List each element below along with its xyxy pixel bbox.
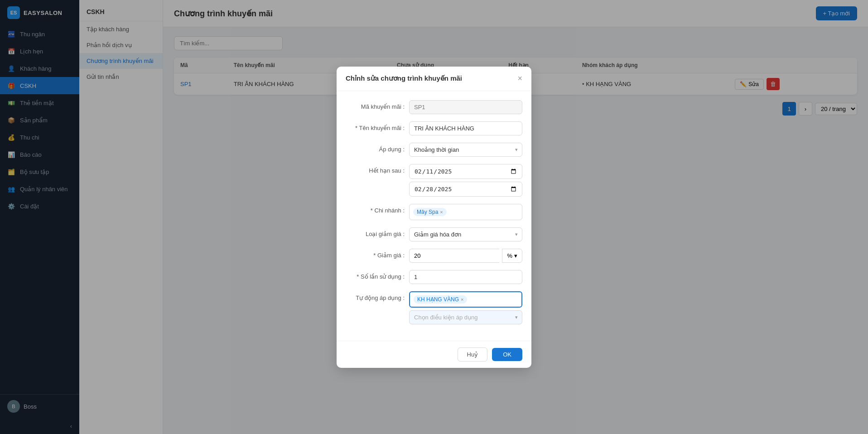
form-row-tu-dong-ap-dung: Tự động áp dụng : KH HẠNG VÀNG × Chọn đi… (346, 291, 522, 324)
chi-nhanh-tag: Mây Spa × (413, 208, 447, 216)
form-row-ma: Mã khuyến mãi : (346, 100, 522, 114)
form-row-chi-nhanh: * Chi nhánh : Mây Spa × (346, 204, 522, 220)
condition-select-wrapper: Chọn điều kiện áp dụng ▾ (409, 310, 522, 324)
chi-nhanh-tag-input[interactable]: Mây Spa × (409, 204, 522, 220)
modal-overlay: Chỉnh sửa chương trình khuyến mãi × Mã k… (0, 0, 868, 434)
date-inputs (409, 164, 522, 197)
label-giam-gia: * Giảm giá : (346, 249, 405, 259)
edit-modal: Chỉnh sửa chương trình khuyến mãi × Mã k… (337, 67, 531, 368)
label-ma: Mã khuyến mãi : (346, 100, 405, 110)
discount-unit-selector[interactable]: % ▾ (502, 249, 522, 263)
auto-apply-tag-text: KH HẠNG VÀNG (417, 296, 459, 303)
select-loai-giam-gia[interactable]: Giảm giá hóa đơn Giảm giá dịch vụ (409, 227, 522, 241)
cancel-button[interactable]: Huỷ (458, 347, 488, 362)
modal-footer: Huỷ OK (337, 341, 531, 368)
label-tu-dong-ap-dung: Tự động áp dụng : (346, 291, 405, 301)
form-row-loai-giam-gia: Loại giảm giá : Giảm giá hóa đơn Giảm gi… (346, 227, 522, 241)
form-row-het-han: Hết hạn sau : (346, 164, 522, 197)
form-row-ap-dung: Áp dụng : Khoảng thời gian Không giới hạ… (346, 143, 522, 157)
select-ap-dung[interactable]: Khoảng thời gian Không giới hạn (409, 143, 522, 157)
chi-nhanh-tag-text: Mây Spa (417, 209, 438, 215)
input-ma (409, 100, 522, 114)
discount-value-input[interactable] (409, 249, 499, 263)
discount-unit-text: % (507, 252, 512, 259)
date-from-input[interactable] (409, 164, 522, 179)
select-ap-dung-wrapper: Khoảng thời gian Không giới hạn ▾ (409, 143, 522, 157)
auto-apply-tag-input[interactable]: KH HẠNG VÀNG × (409, 291, 522, 308)
auto-apply-tag-remove[interactable]: × (461, 297, 463, 302)
label-ten: * Tên khuyến mãi : (346, 121, 405, 131)
form-row-so-lan: * Số lần sử dụng : (346, 270, 522, 284)
input-ten[interactable] (409, 121, 522, 135)
auto-apply-section: KH HẠNG VÀNG × Chọn điều kiện áp dụng ▾ (409, 291, 522, 324)
chi-nhanh-tag-remove[interactable]: × (440, 209, 443, 215)
label-het-han: Hết hạn sau : (346, 164, 405, 174)
input-so-lan[interactable] (409, 270, 522, 284)
label-chi-nhanh: * Chi nhánh : (346, 204, 405, 214)
select-loai-giam-gia-wrapper: Giảm giá hóa đơn Giảm giá dịch vụ ▾ (409, 227, 522, 241)
date-to-input[interactable] (409, 182, 522, 197)
label-ap-dung: Áp dụng : (346, 143, 405, 153)
discount-row: % ▾ (409, 249, 522, 263)
chevron-down-icon-3: ▾ (514, 252, 517, 259)
auto-apply-tag: KH HẠNG VÀNG × (414, 295, 467, 304)
modal-body: Mã khuyến mãi : * Tên khuyến mãi : Áp dụ… (337, 91, 531, 341)
modal-header: Chỉnh sửa chương trình khuyến mãi × (337, 67, 531, 91)
form-row-giam-gia: * Giảm giá : % ▾ (346, 249, 522, 263)
label-so-lan: * Số lần sử dụng : (346, 270, 405, 280)
modal-close-button[interactable]: × (517, 74, 522, 83)
ok-button[interactable]: OK (492, 348, 522, 361)
form-row-ten: * Tên khuyến mãi : (346, 121, 522, 135)
modal-title: Chỉnh sửa chương trình khuyến mãi (346, 74, 462, 82)
condition-select[interactable]: Chọn điều kiện áp dụng (409, 310, 522, 324)
label-loai-giam-gia: Loại giảm giá : (346, 227, 405, 237)
